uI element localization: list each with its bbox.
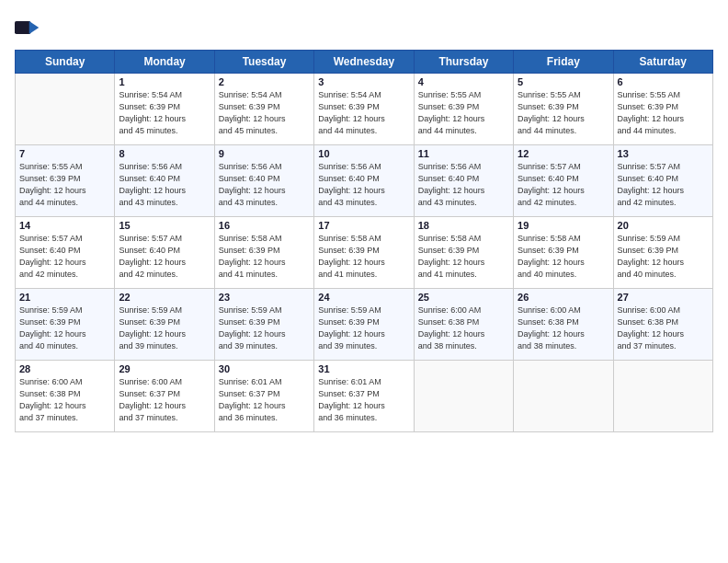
cell-info: Sunrise: 5:55 AMSunset: 6:39 PMDaylight:… xyxy=(19,161,110,209)
cell-info: Sunrise: 5:57 AMSunset: 6:40 PMDaylight:… xyxy=(119,233,210,281)
day-number: 5 xyxy=(518,76,609,87)
cell-info: Sunrise: 5:55 AMSunset: 6:39 PMDaylight:… xyxy=(618,89,709,137)
cell-info: Sunrise: 5:59 AMSunset: 6:39 PMDaylight:… xyxy=(618,233,709,281)
week-row-2: 7Sunrise: 5:55 AMSunset: 6:39 PMDaylight… xyxy=(16,145,713,217)
cell-info: Sunrise: 5:54 AMSunset: 6:39 PMDaylight:… xyxy=(219,89,310,137)
cell-info: Sunrise: 6:01 AMSunset: 6:37 PMDaylight:… xyxy=(318,376,409,424)
week-row-5: 28Sunrise: 6:00 AMSunset: 6:38 PMDayligh… xyxy=(16,361,713,432)
cell-info: Sunrise: 5:54 AMSunset: 6:39 PMDaylight:… xyxy=(318,89,409,137)
col-header-friday: Friday xyxy=(514,51,613,74)
day-number: 2 xyxy=(219,76,310,87)
calendar-cell: 1Sunrise: 5:54 AMSunset: 6:39 PMDaylight… xyxy=(115,74,214,145)
svg-rect-0 xyxy=(15,21,31,34)
day-number: 18 xyxy=(418,220,509,231)
col-header-sunday: Sunday xyxy=(16,51,115,74)
day-number: 9 xyxy=(219,148,310,159)
cell-info: Sunrise: 5:59 AMSunset: 6:39 PMDaylight:… xyxy=(219,304,310,352)
calendar-cell: 14Sunrise: 5:57 AMSunset: 6:40 PMDayligh… xyxy=(16,217,115,289)
calendar-cell: 19Sunrise: 5:58 AMSunset: 6:39 PMDayligh… xyxy=(514,217,613,289)
day-number: 30 xyxy=(219,363,310,374)
calendar-cell: 4Sunrise: 5:55 AMSunset: 6:39 PMDaylight… xyxy=(414,74,513,145)
calendar-cell: 18Sunrise: 5:58 AMSunset: 6:39 PMDayligh… xyxy=(414,217,513,289)
day-number: 3 xyxy=(318,76,409,87)
cell-info: Sunrise: 5:56 AMSunset: 6:40 PMDaylight:… xyxy=(219,161,310,209)
calendar-table: SundayMondayTuesdayWednesdayThursdayFrid… xyxy=(15,50,713,432)
day-number: 14 xyxy=(19,220,110,231)
calendar-cell: 7Sunrise: 5:55 AMSunset: 6:39 PMDaylight… xyxy=(16,145,115,217)
cell-info: Sunrise: 5:59 AMSunset: 6:39 PMDaylight:… xyxy=(19,304,110,352)
calendar-cell: 5Sunrise: 5:55 AMSunset: 6:39 PMDaylight… xyxy=(514,74,613,145)
day-number: 31 xyxy=(318,363,409,374)
cell-info: Sunrise: 5:59 AMSunset: 6:39 PMDaylight:… xyxy=(119,304,210,352)
calendar-cell: 30Sunrise: 6:01 AMSunset: 6:37 PMDayligh… xyxy=(214,361,313,432)
cell-info: Sunrise: 5:56 AMSunset: 6:40 PMDaylight:… xyxy=(418,161,509,209)
calendar-cell: 3Sunrise: 5:54 AMSunset: 6:39 PMDaylight… xyxy=(314,74,414,145)
day-number: 13 xyxy=(618,148,709,159)
cell-info: Sunrise: 5:58 AMSunset: 6:39 PMDaylight:… xyxy=(518,233,609,281)
cell-info: Sunrise: 5:56 AMSunset: 6:40 PMDaylight:… xyxy=(119,161,210,209)
calendar-cell: 20Sunrise: 5:59 AMSunset: 6:39 PMDayligh… xyxy=(613,217,712,289)
day-number: 7 xyxy=(19,148,110,159)
day-number: 29 xyxy=(119,363,210,374)
calendar-cell: 15Sunrise: 5:57 AMSunset: 6:40 PMDayligh… xyxy=(115,217,214,289)
cell-info: Sunrise: 6:01 AMSunset: 6:37 PMDaylight:… xyxy=(219,376,310,424)
day-number: 25 xyxy=(418,292,509,303)
calendar-cell xyxy=(414,361,513,432)
calendar-cell: 23Sunrise: 5:59 AMSunset: 6:39 PMDayligh… xyxy=(214,289,313,361)
week-row-4: 21Sunrise: 5:59 AMSunset: 6:39 PMDayligh… xyxy=(16,289,713,361)
header xyxy=(15,15,713,40)
cell-info: Sunrise: 5:55 AMSunset: 6:39 PMDaylight:… xyxy=(518,89,609,137)
calendar-cell xyxy=(613,361,712,432)
cell-info: Sunrise: 5:55 AMSunset: 6:39 PMDaylight:… xyxy=(418,89,509,137)
day-number: 8 xyxy=(119,148,210,159)
day-number: 11 xyxy=(418,148,509,159)
col-header-saturday: Saturday xyxy=(613,51,712,74)
cell-info: Sunrise: 5:57 AMSunset: 6:40 PMDaylight:… xyxy=(19,233,110,281)
cell-info: Sunrise: 5:57 AMSunset: 6:40 PMDaylight:… xyxy=(518,161,609,209)
cell-info: Sunrise: 6:00 AMSunset: 6:38 PMDaylight:… xyxy=(418,304,509,352)
cell-info: Sunrise: 5:54 AMSunset: 6:39 PMDaylight:… xyxy=(119,89,210,137)
day-number: 17 xyxy=(318,220,409,231)
calendar-cell: 11Sunrise: 5:56 AMSunset: 6:40 PMDayligh… xyxy=(414,145,513,217)
day-number: 6 xyxy=(618,76,709,87)
calendar-cell: 29Sunrise: 6:00 AMSunset: 6:37 PMDayligh… xyxy=(115,361,214,432)
day-number: 24 xyxy=(318,292,409,303)
week-row-1: 1Sunrise: 5:54 AMSunset: 6:39 PMDaylight… xyxy=(16,74,713,145)
day-number: 20 xyxy=(618,220,709,231)
calendar-cell: 8Sunrise: 5:56 AMSunset: 6:40 PMDaylight… xyxy=(115,145,214,217)
logo xyxy=(15,15,44,40)
day-number: 23 xyxy=(219,292,310,303)
calendar-cell xyxy=(514,361,613,432)
cell-info: Sunrise: 5:58 AMSunset: 6:39 PMDaylight:… xyxy=(418,233,509,281)
day-number: 16 xyxy=(219,220,310,231)
cell-info: Sunrise: 5:56 AMSunset: 6:40 PMDaylight:… xyxy=(318,161,409,209)
calendar-cell: 28Sunrise: 6:00 AMSunset: 6:38 PMDayligh… xyxy=(16,361,115,432)
calendar-cell: 26Sunrise: 6:00 AMSunset: 6:38 PMDayligh… xyxy=(514,289,613,361)
calendar-cell: 21Sunrise: 5:59 AMSunset: 6:39 PMDayligh… xyxy=(16,289,115,361)
calendar-cell: 13Sunrise: 5:57 AMSunset: 6:40 PMDayligh… xyxy=(613,145,712,217)
day-number: 26 xyxy=(518,292,609,303)
day-number: 22 xyxy=(119,292,210,303)
calendar-cell: 9Sunrise: 5:56 AMSunset: 6:40 PMDaylight… xyxy=(214,145,313,217)
cell-info: Sunrise: 6:00 AMSunset: 6:38 PMDaylight:… xyxy=(518,304,609,352)
page-container: SundayMondayTuesdayWednesdayThursdayFrid… xyxy=(0,0,728,440)
cell-info: Sunrise: 6:00 AMSunset: 6:37 PMDaylight:… xyxy=(119,376,210,424)
day-number: 28 xyxy=(19,363,110,374)
calendar-cell: 10Sunrise: 5:56 AMSunset: 6:40 PMDayligh… xyxy=(314,145,414,217)
day-number: 4 xyxy=(418,76,509,87)
cell-info: Sunrise: 6:00 AMSunset: 6:38 PMDaylight:… xyxy=(618,304,709,352)
calendar-cell: 16Sunrise: 5:58 AMSunset: 6:39 PMDayligh… xyxy=(214,217,313,289)
day-number: 10 xyxy=(318,148,409,159)
calendar-cell: 2Sunrise: 5:54 AMSunset: 6:39 PMDaylight… xyxy=(214,74,313,145)
col-header-wednesday: Wednesday xyxy=(314,51,414,74)
calendar-cell: 24Sunrise: 5:59 AMSunset: 6:39 PMDayligh… xyxy=(314,289,414,361)
day-number: 27 xyxy=(618,292,709,303)
calendar-cell: 22Sunrise: 5:59 AMSunset: 6:39 PMDayligh… xyxy=(115,289,214,361)
calendar-cell xyxy=(16,74,115,145)
logo-icon xyxy=(15,15,40,40)
calendar-cell: 12Sunrise: 5:57 AMSunset: 6:40 PMDayligh… xyxy=(514,145,613,217)
cell-info: Sunrise: 6:00 AMSunset: 6:38 PMDaylight:… xyxy=(19,376,110,424)
cell-info: Sunrise: 5:58 AMSunset: 6:39 PMDaylight:… xyxy=(318,233,409,281)
calendar-cell: 27Sunrise: 6:00 AMSunset: 6:38 PMDayligh… xyxy=(613,289,712,361)
day-number: 21 xyxy=(19,292,110,303)
